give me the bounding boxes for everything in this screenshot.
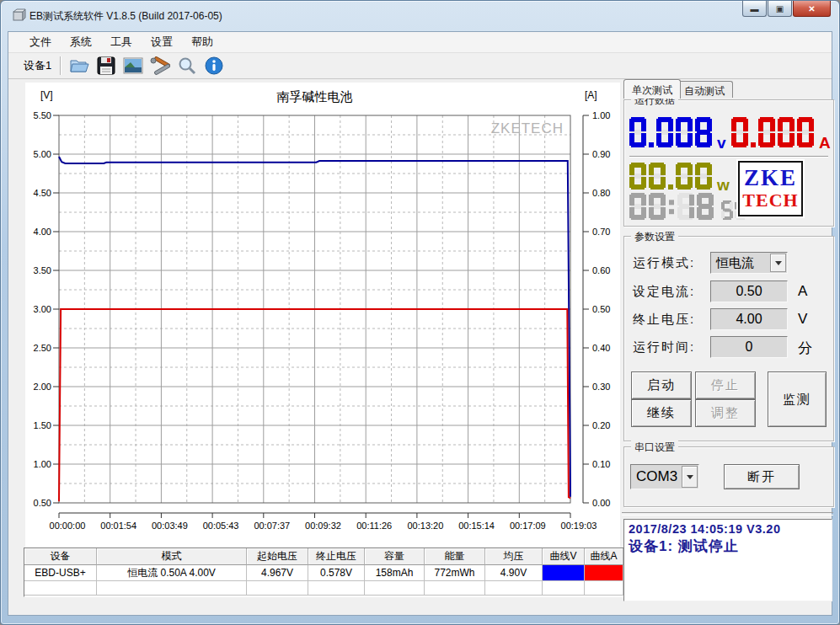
set-current-unit: A	[798, 283, 807, 300]
cutoff-voltage-input[interactable]: 4.00	[710, 308, 788, 330]
svg-text:0.50: 0.50	[34, 498, 51, 508]
set-current-input[interactable]: 0.50	[710, 280, 788, 302]
table-cell: EBD-USB+	[24, 565, 97, 581]
svg-text:00:17:09: 00:17:09	[510, 521, 546, 531]
chart-area: ZKETECH南孚碱性电池[V][A]5.505.004.504.003.503…	[25, 83, 620, 548]
svg-text:1.50: 1.50	[34, 420, 51, 430]
zoom-icon[interactable]	[175, 55, 199, 77]
svg-text:00:09:32: 00:09:32	[305, 521, 341, 531]
com-port-dropdown-button[interactable]	[682, 466, 698, 488]
zketech-logo: ZKE TECH	[738, 161, 803, 216]
table-cell: 设备	[24, 548, 97, 565]
svg-text:00:01:54: 00:01:54	[100, 521, 136, 531]
table-cell: 曲线A	[585, 548, 623, 565]
monitor-button[interactable]: 监测	[768, 371, 827, 427]
right-panel: 单次测试 自动测试 运行数据 v A w	[622, 81, 835, 620]
power-display: w	[629, 163, 730, 193]
save-icon[interactable]	[94, 55, 118, 77]
svg-text:0.60: 0.60	[592, 265, 610, 275]
svg-text:00:15:14: 00:15:14	[458, 521, 495, 531]
svg-text:4.00: 4.00	[34, 227, 51, 237]
open-file-icon[interactable]	[67, 55, 91, 77]
set-current-label: 设定电流:	[633, 284, 695, 300]
run-mode-value: 恒电流	[716, 255, 754, 271]
close-button[interactable]: ✕	[793, 1, 831, 17]
table-cell: 均压	[485, 548, 543, 565]
voltage-display: v	[629, 117, 726, 151]
svg-text:0.80: 0.80	[592, 188, 610, 198]
menu-item-2[interactable]: 工具	[101, 32, 142, 52]
svg-text:0.20: 0.20	[592, 420, 610, 430]
minimize-button[interactable]: ▬	[742, 1, 767, 17]
svg-text:0.50: 0.50	[592, 304, 610, 314]
com-port-select[interactable]: COM3	[630, 464, 699, 489]
table-row[interactable]: EBD-USB+恒电流 0.50A 4.00V4.967V0.578V158mA…	[24, 565, 627, 581]
run-data-separator	[629, 156, 828, 157]
svg-text:00:03:49: 00:03:49	[152, 521, 188, 531]
table-cell: 4.90V	[485, 565, 543, 581]
status-timestamp: 2017/8/23 14:05:19 V3.20	[629, 522, 827, 536]
table-cell	[97, 581, 247, 596]
table-cell: 恒电流 0.50A 4.00V	[97, 565, 247, 581]
adjust-button[interactable]: 调整	[695, 399, 756, 427]
menu-item-1[interactable]: 系统	[61, 32, 101, 52]
tab-single-test[interactable]: 单次测试	[623, 79, 681, 99]
logo-line2: TECH	[740, 191, 801, 210]
chevron-down-icon	[775, 261, 782, 265]
svg-text:00:11:26: 00:11:26	[356, 521, 392, 531]
svg-text:0.30: 0.30	[592, 382, 610, 392]
status-message: 设备1: 测试停止	[629, 537, 827, 556]
logo-line1: ZKE	[740, 167, 801, 190]
maximize-button[interactable]: ▣	[768, 1, 792, 17]
run-data-group: 运行数据 v A w ZKE	[623, 99, 834, 227]
run-mode-select[interactable]: 恒电流	[710, 252, 788, 274]
tools-icon[interactable]	[148, 55, 172, 77]
status-log: 2017/8/23 14:05:19 V3.20 设备1: 测试停止	[623, 519, 832, 601]
svg-text:0.90: 0.90	[592, 149, 610, 159]
toolbar-separator	[60, 56, 61, 75]
table-cell	[247, 581, 308, 596]
table-cell: 能量	[425, 548, 485, 565]
table-cell: 起始电压	[247, 548, 308, 565]
params-group-label: 参数设置	[631, 230, 678, 244]
start-button[interactable]: 启动	[631, 371, 692, 399]
svg-text:4.50: 4.50	[34, 188, 51, 198]
table-cell: 772mWh	[425, 565, 485, 581]
cutoff-voltage-label: 终止电压:	[633, 312, 695, 328]
params-group: 参数设置 运行模式: 恒电流 设定电流: 0.50 A 终止电压: 4.00	[623, 236, 834, 441]
svg-text:3.50: 3.50	[34, 265, 51, 275]
svg-text:2.50: 2.50	[34, 343, 51, 353]
svg-text:5.00: 5.00	[34, 149, 51, 159]
svg-text:00:13:20: 00:13:20	[407, 521, 443, 531]
svg-text:3.00: 3.00	[34, 304, 51, 314]
continue-button[interactable]: 继续	[631, 399, 692, 427]
menu-item-4[interactable]: 帮助	[182, 32, 222, 52]
menu-item-0[interactable]: 文件	[20, 32, 61, 52]
svg-text:[A]: [A]	[585, 89, 597, 101]
tab-auto-test[interactable]: 自动测试	[676, 81, 733, 98]
device-tab[interactable]: 设备1	[20, 55, 58, 77]
results-table[interactable]: 设备模式起始电压终止电压容量能量均压曲线V曲线AEBD-USB+恒电流 0.50…	[24, 548, 628, 597]
run-mode-dropdown-button[interactable]	[770, 254, 786, 272]
run-time-input[interactable]: 0	[710, 336, 788, 358]
com-port-value: COM3	[636, 468, 677, 485]
disconnect-button[interactable]: 断开	[724, 464, 800, 489]
svg-text:00:07:37: 00:07:37	[254, 521, 290, 531]
stop-button[interactable]: 停止	[695, 371, 756, 399]
current-display: A	[731, 117, 831, 151]
menu-bar: 文件系统工具设置帮助	[8, 32, 832, 53]
export-image-icon[interactable]	[121, 55, 145, 77]
about-icon[interactable]	[202, 55, 226, 77]
svg-text:0.70: 0.70	[592, 227, 610, 237]
svg-text:00:00:00: 00:00:00	[50, 521, 86, 531]
title-bar[interactable]: EB测试系统软件 V1.8.5 (Build 2017-06-05) ▬ ▣ ✕	[1, 1, 839, 31]
svg-text:00:05:43: 00:05:43	[203, 521, 239, 531]
svg-text:0.40: 0.40	[592, 343, 610, 353]
set-current-value: 0.50	[736, 284, 762, 299]
cutoff-voltage-unit: V	[798, 311, 807, 328]
menu-item-3[interactable]: 设置	[142, 32, 182, 52]
run-time-value: 0	[746, 339, 753, 355]
curve-v-swatch	[543, 565, 585, 581]
table-cell: 容量	[365, 548, 425, 565]
run-time-unit: 分	[798, 339, 812, 358]
